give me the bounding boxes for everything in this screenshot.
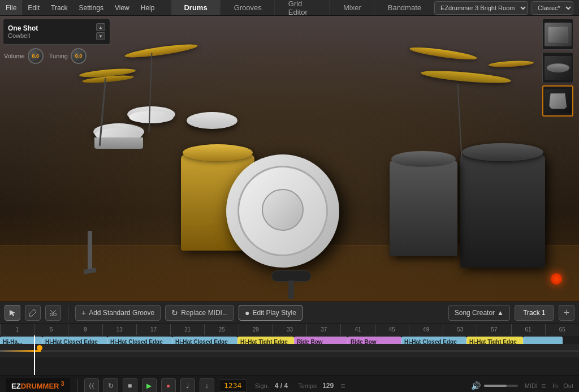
loop-button[interactable]: ↻ — [103, 378, 118, 393]
transport-right: 🔊 MIDI ≡ In Out — [471, 381, 573, 390]
ruler-mark-49: 49 — [409, 324, 443, 335]
instrument-type: One Shot — [8, 24, 38, 32]
right-panel — [542, 19, 576, 117]
count-in-button[interactable]: ↓ — [200, 378, 214, 393]
ruler-mark-57: 57 — [477, 324, 511, 335]
instrument-arrows: ▲ ▼ — [96, 23, 105, 40]
instrument-up[interactable]: ▲ — [96, 23, 105, 31]
drum-area: One Shot Cowbell ▲ ▼ Volume 0.0 Tuning 0… — [0, 16, 579, 301]
menu-file[interactable]: File — [0, 0, 22, 15]
tuning-label: Tuning — [49, 53, 68, 59]
edit-play-style-button[interactable]: ● Edit Play Style — [239, 305, 303, 321]
ruler-mark-29: 29 — [239, 324, 273, 335]
menu-bar: File Edit Track Settings View Help Drums… — [0, 0, 579, 16]
scissors-tool-button[interactable] — [45, 305, 61, 321]
ruler-mark-41: 41 — [340, 324, 374, 335]
timeline-area: 1591317212529333741454953576165 Hi-Ha...… — [0, 324, 579, 375]
edit-play-style-label: Edit Play Style — [252, 309, 296, 317]
ruler-mark-33: 33 — [273, 324, 306, 335]
volume-group: Volume 0.0 — [4, 48, 44, 64]
replace-midi-label: Replace MIDI... — [181, 309, 228, 317]
add-icon: + — [81, 308, 86, 317]
ruler-mark-37: 37 — [306, 324, 340, 335]
metronome-button[interactable]: ♩ — [180, 378, 195, 393]
volume-value: 0.0 — [32, 53, 39, 59]
edit-play-style-icon: ● — [245, 308, 249, 317]
room-preset-select[interactable]: EZdrummer 3 Bright Room — [434, 1, 528, 15]
preset-area: EZdrummer 3 Bright Room Classic* — [434, 1, 579, 15]
menu-view[interactable]: View — [109, 0, 135, 15]
volume-slider[interactable] — [484, 385, 518, 387]
playback-bar — [0, 350, 579, 352]
ruler-mark-21: 21 — [170, 324, 204, 335]
time-display: 1234 — [219, 379, 247, 392]
style-preset-select[interactable]: Classic* — [532, 1, 573, 15]
add-groove-label: Add Standard Groove — [89, 309, 154, 317]
ruler-mark-13: 13 — [102, 324, 136, 335]
menu-settings[interactable]: Settings — [74, 0, 109, 15]
menu-edit[interactable]: Edit — [22, 0, 45, 15]
replace-icon: ↻ — [171, 308, 178, 317]
pencil-tool-button[interactable] — [25, 305, 41, 321]
instrument-selector[interactable]: One Shot Cowbell ▲ ▼ — [3, 19, 110, 45]
out-button[interactable]: Out — [563, 382, 573, 389]
svg-line-3 — [53, 310, 56, 313]
toolbar: + Add Standard Groove ↻ Replace MIDI... … — [0, 301, 579, 324]
tab-bandmate[interactable]: Bandmate — [375, 0, 434, 15]
ruler-mark-65: 65 — [545, 324, 579, 335]
time-signature: 4 / 4 — [275, 382, 288, 390]
progress-dot — [37, 345, 42, 351]
menu-track[interactable]: Track — [45, 0, 74, 15]
drum-piece-thumb-3[interactable] — [542, 85, 573, 117]
ruler: 1591317212529333741454953576165 — [0, 324, 579, 335]
instrument-subtype: Cowbell — [8, 32, 38, 39]
ez-text: EZ — [11, 382, 21, 391]
ruler-mark-45: 45 — [375, 324, 409, 335]
tab-grid-editor[interactable]: Grid Editor — [276, 0, 330, 15]
svg-point-0 — [50, 313, 53, 316]
ruler-mark-61: 61 — [511, 324, 545, 335]
play-button[interactable]: ▶ — [142, 378, 157, 393]
ez-logo: EZDRUMMER 3 — [6, 378, 70, 392]
midi-label: MIDI — [525, 382, 538, 389]
song-creator-label: Song Creator — [455, 309, 495, 317]
volume-label: Volume — [4, 53, 25, 59]
tab-grooves[interactable]: Grooves — [222, 0, 275, 15]
instrument-down[interactable]: ▼ — [96, 32, 105, 40]
replace-midi-button[interactable]: ↻ Replace MIDI... — [165, 305, 234, 321]
stop-button[interactable]: ■ — [123, 378, 137, 393]
rewind-button[interactable]: ⟨⟨ — [84, 378, 99, 393]
playback-progress-row — [0, 344, 579, 357]
drum-piece-thumb-2[interactable] — [542, 52, 573, 83]
ruler-mark-17: 17 — [136, 324, 170, 335]
tab-mixer[interactable]: Mixer — [331, 0, 374, 15]
tempo-menu-icon[interactable]: ≡ — [340, 381, 345, 390]
select-tool-button[interactable] — [5, 305, 20, 321]
track-label: Track 1 — [515, 305, 554, 321]
volume-fill — [484, 385, 507, 387]
add-standard-groove-button[interactable]: + Add Standard Groove — [75, 305, 161, 321]
tempo-label: Tempo — [298, 382, 317, 389]
song-creator-button[interactable]: Song Creator ▲ — [448, 305, 510, 321]
midi-settings-icon[interactable]: ≡ — [541, 381, 546, 390]
add-track-button[interactable]: + — [559, 305, 574, 321]
version-number: 3 — [59, 380, 64, 387]
instrument-name: One Shot Cowbell — [8, 24, 38, 39]
tuning-group: Tuning 0.0 — [49, 48, 87, 64]
svg-line-2 — [50, 310, 53, 313]
menu-help[interactable]: Help — [135, 0, 161, 15]
drum-piece-thumb-1[interactable] — [542, 19, 573, 50]
tab-drums[interactable]: Drums — [171, 0, 220, 15]
knob-row: Volume 0.0 Tuning 0.0 — [3, 48, 110, 64]
in-button[interactable]: In — [552, 382, 558, 389]
ruler-mark-1: 1 — [0, 324, 34, 335]
tuning-value: 0.0 — [75, 53, 83, 59]
ruler-mark-25: 25 — [204, 324, 238, 335]
volume-knob[interactable]: 0.0 — [28, 48, 44, 64]
tuning-knob[interactable]: 0.0 — [71, 48, 87, 64]
ruler-mark-9: 9 — [68, 324, 102, 335]
record-button[interactable]: ● — [161, 378, 176, 393]
ruler-mark-5: 5 — [34, 324, 68, 335]
song-creator-chevron: ▲ — [497, 309, 504, 317]
tempo-value: 129 — [322, 382, 334, 390]
